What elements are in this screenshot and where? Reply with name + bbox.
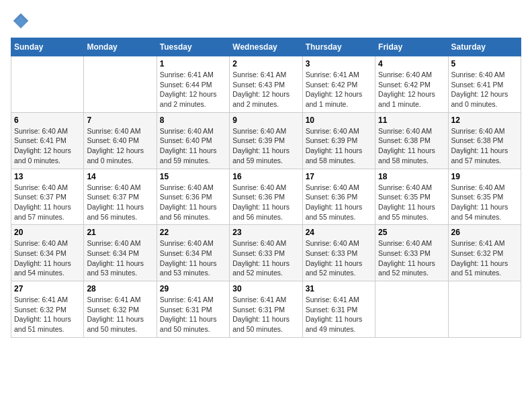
calendar-cell	[448, 281, 521, 338]
day-detail: Sunrise: 6:40 AM Sunset: 6:35 PM Dayligh…	[378, 183, 445, 222]
day-detail: Sunrise: 6:40 AM Sunset: 6:41 PM Dayligh…	[451, 70, 518, 109]
day-detail: Sunrise: 6:41 AM Sunset: 6:32 PM Dayligh…	[14, 295, 81, 334]
calendar-cell: 12Sunrise: 6:40 AM Sunset: 6:38 PM Dayli…	[448, 112, 521, 169]
calendar-cell: 7Sunrise: 6:40 AM Sunset: 6:40 PM Daylig…	[84, 112, 157, 169]
calendar-cell: 2Sunrise: 6:41 AM Sunset: 6:43 PM Daylig…	[230, 56, 302, 113]
calendar-cell	[84, 56, 157, 113]
day-number: 27	[14, 284, 81, 293]
day-number: 3	[306, 59, 372, 68]
day-detail: Sunrise: 6:40 AM Sunset: 6:39 PM Dayligh…	[306, 126, 372, 166]
day-number: 16	[232, 172, 299, 181]
day-detail: Sunrise: 6:40 AM Sunset: 6:40 PM Dayligh…	[87, 126, 153, 166]
calendar-week-3: 13Sunrise: 6:40 AM Sunset: 6:37 PM Dayli…	[11, 169, 521, 225]
day-detail: Sunrise: 6:40 AM Sunset: 6:34 PM Dayligh…	[87, 238, 153, 278]
day-number: 1	[160, 59, 226, 68]
day-detail: Sunrise: 6:40 AM Sunset: 6:34 PM Dayligh…	[14, 238, 81, 278]
calendar-week-5: 27Sunrise: 6:41 AM Sunset: 6:32 PM Dayli…	[11, 281, 521, 338]
day-detail: Sunrise: 6:40 AM Sunset: 6:33 PM Dayligh…	[232, 238, 299, 278]
calendar-cell: 27Sunrise: 6:41 AM Sunset: 6:32 PM Dayli…	[11, 281, 84, 338]
day-number: 4	[378, 59, 445, 68]
calendar-cell: 19Sunrise: 6:40 AM Sunset: 6:35 PM Dayli…	[448, 169, 521, 225]
calendar-cell: 8Sunrise: 6:40 AM Sunset: 6:40 PM Daylig…	[157, 112, 229, 169]
calendar-header-thursday: Thursday	[302, 38, 375, 56]
day-detail: Sunrise: 6:41 AM Sunset: 6:31 PM Dayligh…	[232, 295, 299, 334]
day-number: 19	[451, 172, 518, 181]
day-number: 7	[87, 116, 153, 125]
calendar-cell: 22Sunrise: 6:40 AM Sunset: 6:34 PM Dayli…	[157, 225, 229, 281]
day-number: 9	[232, 116, 299, 125]
day-detail: Sunrise: 6:40 AM Sunset: 6:35 PM Dayligh…	[451, 183, 518, 222]
calendar-header-sunday: Sunday	[11, 38, 84, 56]
day-number: 24	[306, 228, 372, 237]
calendar-cell: 29Sunrise: 6:41 AM Sunset: 6:31 PM Dayli…	[157, 281, 229, 338]
logo	[11, 11, 34, 31]
day-number: 28	[87, 284, 153, 293]
day-number: 31	[306, 284, 372, 293]
day-detail: Sunrise: 6:40 AM Sunset: 6:36 PM Dayligh…	[160, 183, 226, 222]
calendar-cell: 16Sunrise: 6:40 AM Sunset: 6:36 PM Dayli…	[230, 169, 302, 225]
day-detail: Sunrise: 6:41 AM Sunset: 6:43 PM Dayligh…	[232, 70, 299, 109]
day-number: 6	[14, 116, 81, 125]
calendar-cell: 10Sunrise: 6:40 AM Sunset: 6:39 PM Dayli…	[302, 112, 375, 169]
calendar-cell: 26Sunrise: 6:41 AM Sunset: 6:32 PM Dayli…	[448, 225, 521, 281]
day-number: 29	[160, 284, 226, 293]
day-number: 25	[378, 228, 445, 237]
calendar-cell: 5Sunrise: 6:40 AM Sunset: 6:41 PM Daylig…	[448, 56, 521, 113]
day-detail: Sunrise: 6:40 AM Sunset: 6:36 PM Dayligh…	[232, 183, 299, 222]
day-number: 13	[14, 172, 81, 181]
day-number: 15	[160, 172, 226, 181]
calendar-week-4: 20Sunrise: 6:40 AM Sunset: 6:34 PM Dayli…	[11, 225, 521, 281]
day-number: 30	[232, 284, 299, 293]
calendar-cell: 31Sunrise: 6:41 AM Sunset: 6:31 PM Dayli…	[302, 281, 375, 338]
day-number: 26	[451, 228, 518, 237]
calendar-header-wednesday: Wednesday	[230, 38, 302, 56]
calendar-cell: 25Sunrise: 6:40 AM Sunset: 6:33 PM Dayli…	[375, 225, 448, 281]
day-number: 21	[87, 228, 153, 237]
day-detail: Sunrise: 6:41 AM Sunset: 6:44 PM Dayligh…	[160, 70, 226, 109]
calendar-cell: 11Sunrise: 6:40 AM Sunset: 6:38 PM Dayli…	[375, 112, 448, 169]
calendar-cell: 28Sunrise: 6:41 AM Sunset: 6:32 PM Dayli…	[84, 281, 157, 338]
day-detail: Sunrise: 6:40 AM Sunset: 6:37 PM Dayligh…	[87, 183, 153, 222]
calendar-week-1: 1Sunrise: 6:41 AM Sunset: 6:44 PM Daylig…	[11, 56, 521, 113]
day-detail: Sunrise: 6:40 AM Sunset: 6:39 PM Dayligh…	[232, 126, 299, 166]
calendar-cell: 4Sunrise: 6:40 AM Sunset: 6:42 PM Daylig…	[375, 56, 448, 113]
day-detail: Sunrise: 6:40 AM Sunset: 6:34 PM Dayligh…	[160, 238, 226, 278]
calendar-cell: 14Sunrise: 6:40 AM Sunset: 6:37 PM Dayli…	[84, 169, 157, 225]
day-number: 18	[378, 172, 445, 181]
calendar-cell	[11, 56, 84, 113]
calendar-cell: 1Sunrise: 6:41 AM Sunset: 6:44 PM Daylig…	[157, 56, 229, 113]
day-detail: Sunrise: 6:40 AM Sunset: 6:33 PM Dayligh…	[306, 238, 372, 278]
day-detail: Sunrise: 6:41 AM Sunset: 6:32 PM Dayligh…	[451, 238, 518, 278]
day-detail: Sunrise: 6:40 AM Sunset: 6:36 PM Dayligh…	[306, 183, 372, 222]
day-detail: Sunrise: 6:40 AM Sunset: 6:37 PM Dayligh…	[14, 183, 81, 222]
calendar-header-saturday: Saturday	[448, 38, 521, 56]
day-number: 20	[14, 228, 81, 237]
calendar-week-2: 6Sunrise: 6:40 AM Sunset: 6:41 PM Daylig…	[11, 112, 521, 169]
day-detail: Sunrise: 6:40 AM Sunset: 6:33 PM Dayligh…	[378, 238, 445, 278]
day-detail: Sunrise: 6:41 AM Sunset: 6:31 PM Dayligh…	[306, 295, 372, 334]
calendar-cell: 15Sunrise: 6:40 AM Sunset: 6:36 PM Dayli…	[157, 169, 229, 225]
calendar-cell: 13Sunrise: 6:40 AM Sunset: 6:37 PM Dayli…	[11, 169, 84, 225]
calendar-header-tuesday: Tuesday	[157, 38, 229, 56]
day-number: 23	[232, 228, 299, 237]
calendar-cell: 3Sunrise: 6:41 AM Sunset: 6:42 PM Daylig…	[302, 56, 375, 113]
calendar-cell: 6Sunrise: 6:40 AM Sunset: 6:41 PM Daylig…	[11, 112, 84, 169]
calendar-cell: 18Sunrise: 6:40 AM Sunset: 6:35 PM Dayli…	[375, 169, 448, 225]
day-detail: Sunrise: 6:40 AM Sunset: 6:38 PM Dayligh…	[378, 126, 445, 166]
day-detail: Sunrise: 6:40 AM Sunset: 6:41 PM Dayligh…	[14, 126, 81, 166]
logo-icon	[11, 11, 31, 31]
day-number: 5	[451, 59, 518, 68]
day-detail: Sunrise: 6:41 AM Sunset: 6:31 PM Dayligh…	[160, 295, 226, 334]
day-number: 14	[87, 172, 153, 181]
calendar-cell: 17Sunrise: 6:40 AM Sunset: 6:36 PM Dayli…	[302, 169, 375, 225]
calendar-header-row: SundayMondayTuesdayWednesdayThursdayFrid…	[11, 38, 521, 56]
day-detail: Sunrise: 6:40 AM Sunset: 6:38 PM Dayligh…	[451, 126, 518, 166]
calendar-header-friday: Friday	[375, 38, 448, 56]
day-detail: Sunrise: 6:40 AM Sunset: 6:42 PM Dayligh…	[378, 70, 445, 109]
day-number: 11	[378, 116, 445, 125]
day-number: 8	[160, 116, 226, 125]
day-number: 2	[232, 59, 299, 68]
day-number: 10	[306, 116, 372, 125]
calendar-cell: 23Sunrise: 6:40 AM Sunset: 6:33 PM Dayli…	[230, 225, 302, 281]
calendar-cell: 9Sunrise: 6:40 AM Sunset: 6:39 PM Daylig…	[230, 112, 302, 169]
